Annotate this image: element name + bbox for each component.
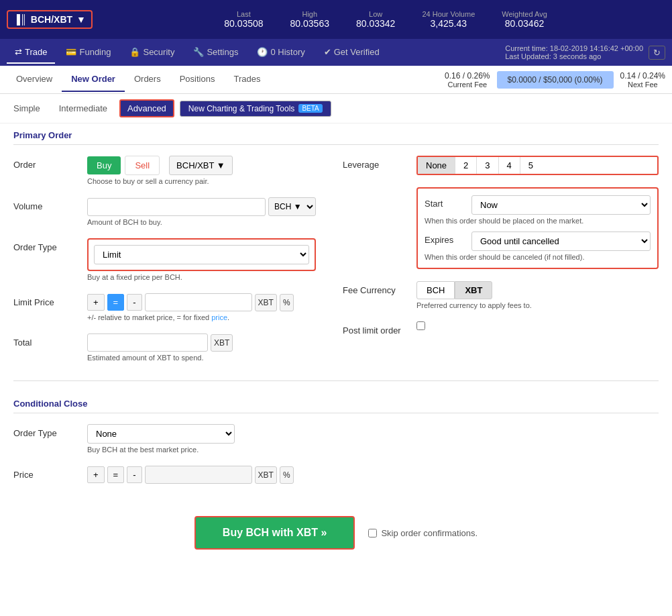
limit-price-minus[interactable]: -: [127, 294, 142, 311]
cc-order-type-hint: Buy BCH at the best market price.: [87, 446, 316, 454]
ticker-text: BCH/XBT: [31, 14, 72, 25]
stat-value: 80.03342: [356, 18, 395, 29]
post-limit-label: Post limit order: [343, 321, 416, 336]
limit-price-equals[interactable]: =: [107, 294, 125, 311]
leverage-btn-2[interactable]: 2: [455, 157, 477, 174]
expires-label: Expires: [425, 235, 465, 245]
primary-order-header: Primary Order: [13, 123, 659, 145]
limit-price-plus[interactable]: +: [87, 294, 105, 311]
limit-price-input[interactable]: [145, 293, 252, 311]
nav-item-security[interactable]: 🔒Security: [121, 42, 182, 64]
sell-button[interactable]: Sell: [125, 156, 160, 175]
subnav-tab-orders[interactable]: Orders: [125, 67, 170, 92]
fee-currency-xbt[interactable]: XBT: [455, 281, 492, 299]
current-time-info: Current time: 18-02-2019 14:16:42 +00:00…: [505, 44, 643, 60]
subnav-tab-overview[interactable]: Overview: [7, 67, 62, 92]
expires-select[interactable]: Good until cancelled: [471, 232, 651, 251]
nav-item-settings[interactable]: 🔧Settings: [185, 42, 246, 64]
fee-currency-bch[interactable]: BCH: [416, 281, 455, 299]
volume-field-content: BCH ▼ Amount of BCH to buy.: [87, 197, 316, 226]
current-time-value: 18-02-2019 14:16:42 +00:00: [550, 44, 643, 52]
start-expires-content: Start Now When this order should be plac…: [416, 187, 659, 269]
order-type-box: Limit: [87, 238, 316, 271]
stat-label: Low: [356, 10, 395, 18]
volume-field-row: Volume BCH ▼ Amount of BCH to buy.: [13, 197, 316, 226]
fee-currency-field-row: Fee Currency BCH XBT Preferred currency …: [343, 281, 659, 309]
total-field-row: Total XBT Estimated amount of XBT to spe…: [13, 333, 316, 362]
total-unit: XBT: [211, 334, 233, 352]
order-hint: Choose to buy or sell a currency pair.: [87, 177, 316, 185]
tab-simple[interactable]: Simple: [7, 101, 47, 116]
cc-price-controls: + = - XBT %: [87, 466, 316, 484]
cc-right-column: [336, 424, 659, 496]
cc-price-input[interactable]: [145, 466, 252, 484]
buy-button[interactable]: Buy: [87, 156, 121, 174]
order-type-select[interactable]: Limit: [94, 245, 309, 264]
total-hint: Estimated amount of XBT to spend.: [87, 354, 316, 362]
nav-icon-settings: 🔧: [193, 47, 204, 57]
nav-icon-get-verified: ✔: [324, 47, 331, 57]
cc-price-pct: %: [280, 466, 294, 484]
main-content: Primary Order Order Buy Sell BCH/XBT ▼ C…: [0, 123, 672, 570]
cc-price-minus[interactable]: -: [127, 466, 142, 483]
leverage-btn-4[interactable]: 4: [499, 157, 520, 174]
stat-item-weighted-avg: Weighted Avg80.03462: [502, 10, 547, 29]
nav-item-funding[interactable]: 💳Funding: [58, 42, 119, 64]
nav-item-get-verified[interactable]: ✔Get Verified: [316, 42, 388, 64]
stat-item-low: Low80.03342: [356, 10, 395, 29]
pair-button[interactable]: BCH/XBT ▼: [169, 156, 233, 175]
leverage-btn-none[interactable]: None: [418, 157, 455, 174]
leverage-btn-5[interactable]: 5: [520, 157, 541, 174]
stat-label: Last: [224, 10, 263, 18]
refresh-button[interactable]: ↻: [649, 46, 665, 60]
stat-item-last: Last80.03508: [224, 10, 263, 29]
limit-price-unit: XBT: [255, 294, 277, 311]
total-input[interactable]: [87, 333, 208, 352]
cc-price-label: Price: [13, 466, 87, 480]
subnav-tab-trades[interactable]: Trades: [224, 67, 270, 92]
start-hint: When this order should be placed on the …: [425, 217, 651, 225]
skip-confirm-row: Skip order confirmations.: [368, 528, 478, 538]
skip-confirm-checkbox[interactable]: [368, 529, 377, 537]
subnav-tab-positions[interactable]: Positions: [170, 67, 225, 92]
start-select[interactable]: Now: [471, 195, 651, 215]
cc-price-plus[interactable]: +: [87, 466, 105, 483]
post-limit-field-row: Post limit order: [343, 321, 659, 336]
cc-price-equals[interactable]: =: [107, 466, 125, 483]
volume-unit-select[interactable]: BCH ▼: [268, 197, 316, 216]
volume-hint: Amount of BCH to buy.: [87, 218, 316, 226]
volume-label: Volume: [13, 197, 87, 211]
leverage-btn-3[interactable]: 3: [477, 157, 498, 174]
stat-value: 80.03508: [224, 18, 263, 29]
buy-sell-row: Buy Sell BCH/XBT ▼: [87, 156, 316, 175]
fee-currency-label: Fee Currency: [343, 281, 416, 295]
tab-intermediate[interactable]: Intermediate: [52, 101, 114, 116]
submit-button[interactable]: Buy BCH with XBT »: [194, 516, 355, 550]
ticker-symbol[interactable]: ▐║ BCH/XBT ▼: [7, 10, 93, 29]
view-tabs: Simple Intermediate Advanced New Chartin…: [0, 94, 672, 123]
left-column: Order Buy Sell BCH/XBT ▼ Choose to buy o…: [13, 156, 336, 374]
nav-item-history[interactable]: 🕐0 History: [249, 42, 313, 64]
start-expires-box: Start Now When this order should be plac…: [416, 187, 659, 269]
charting-tools-button[interactable]: New Charting & Trading Tools BETA: [180, 101, 331, 117]
post-limit-checkbox[interactable]: [416, 321, 425, 330]
nav-label-security: Security: [143, 47, 174, 57]
volume-input[interactable]: [87, 198, 266, 216]
order-type-hint: Buy at a fixed price per BCH.: [87, 273, 316, 281]
pair-text: BCH/XBT: [176, 160, 214, 170]
nav-icon-funding: 💳: [66, 47, 76, 57]
order-field-row: Order Buy Sell BCH/XBT ▼ Choose to buy o…: [13, 156, 316, 185]
nav-item-trade[interactable]: ⇄Trade: [7, 42, 55, 64]
leverage-field-content: None2345: [416, 156, 659, 175]
cc-order-type-select[interactable]: None: [87, 424, 235, 444]
order-type-field-row: Order Type Limit Buy at a fixed price pe…: [13, 238, 316, 281]
limit-price-hint: +/- relative to market price, = for fixe…: [87, 313, 316, 321]
subnav-tab-new-order[interactable]: New Order: [62, 67, 125, 92]
nav-label-settings: Settings: [207, 47, 238, 57]
next-fee-box: 0.14 / 0.24% Next Fee: [620, 71, 665, 89]
sub-nav: OverviewNew OrderOrdersPositionsTrades 0…: [0, 66, 672, 94]
stat-value: 80.03462: [502, 18, 547, 29]
nav-left: ⇄Trade💳Funding🔒Security🔧Settings🕐0 Histo…: [7, 42, 388, 64]
tab-advanced[interactable]: Advanced: [119, 99, 174, 117]
limit-price-label: Limit Price: [13, 293, 87, 307]
